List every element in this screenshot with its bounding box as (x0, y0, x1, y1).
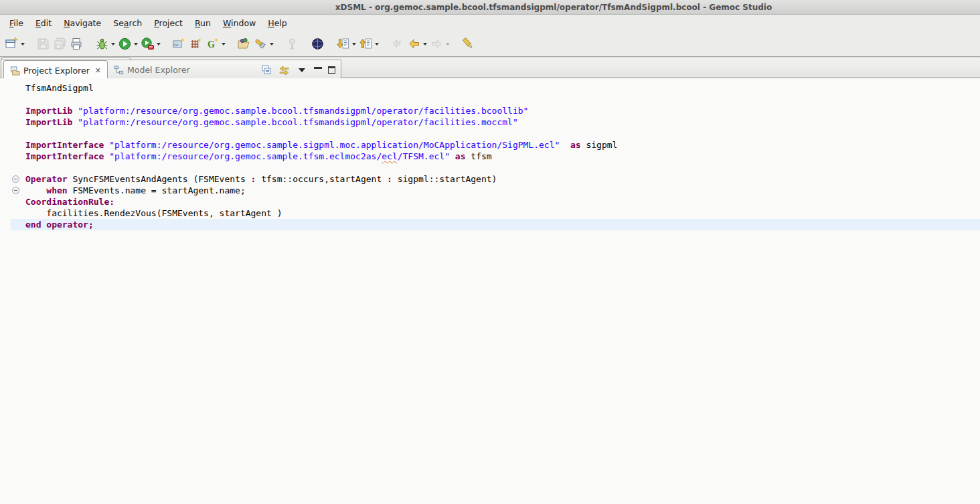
string-token: "platform:/resource/org.gemoc.sample.sig… (109, 140, 560, 150)
code-line (11, 128, 980, 139)
code-line (11, 162, 980, 173)
last-edit-location-button[interactable] (390, 35, 405, 54)
string-token: /TFSM.ecl" (398, 151, 450, 161)
previous-annotation-icon (359, 37, 373, 51)
code-line: when FSMEvents.name = startAgent.name; (11, 185, 980, 196)
debug-dropdown-arrow-icon[interactable] (111, 43, 115, 46)
load-model-button[interactable] (236, 35, 252, 54)
keyword-token: ImportLib (25, 117, 72, 127)
forward-button[interactable] (429, 35, 451, 54)
run-last-launched-icon (141, 37, 155, 51)
run-icon (118, 37, 132, 51)
view-tab-label: Model Explorer (127, 65, 190, 75)
menu-help[interactable]: Help (262, 16, 293, 30)
new-wizard-dropdown-arrow-icon[interactable] (21, 43, 25, 46)
keyword-token: Operator (25, 174, 68, 184)
debug-button[interactable] (94, 35, 116, 54)
debug-icon (95, 37, 109, 51)
new-grid-icon (189, 37, 203, 51)
save-all-button[interactable] (52, 35, 68, 54)
code-line: end operator; (11, 219, 980, 230)
plain-token (450, 151, 455, 161)
mark-occurrences-button[interactable] (461, 35, 476, 54)
new-wizard-icon (5, 37, 19, 51)
back-icon (407, 37, 421, 51)
keyword-token: when (46, 185, 67, 195)
code-line: ImportInterface "platform:/resource/org.… (11, 151, 980, 162)
menu-bar: FileEditNavigateSearchProjectRunWindowHe… (0, 15, 980, 31)
workbench: Project Explorer✕Model Explorer ▸fr.cnrs… (0, 58, 980, 504)
keyword-token: ImportLib (25, 106, 72, 116)
menu-file[interactable]: File (3, 16, 29, 30)
view-tab-model-explorer[interactable]: Model Explorer (108, 60, 196, 80)
new-gemoc-project-icon: G (206, 37, 220, 51)
open-web-browser-icon (311, 37, 325, 51)
keyword-token: CoordinationRule: (25, 197, 114, 207)
menu-edit[interactable]: Edit (29, 16, 58, 30)
svg-text:Gr: Gr (174, 43, 179, 47)
plain-token: sigpml::startAgent) (392, 174, 497, 184)
model-explorer-icon (114, 65, 124, 75)
keyword-token: : (387, 174, 392, 184)
view-tab-project-explorer[interactable]: Project Explorer✕ (3, 60, 108, 80)
plain-token (25, 185, 46, 195)
previous-annotation-dropdown-arrow-icon[interactable] (375, 43, 379, 46)
plain-token: SyncFSMEventsAndAgents (FSMEvents (68, 174, 251, 184)
previous-annotation-button[interactable] (358, 35, 380, 54)
menu-navigate[interactable]: Navigate (58, 16, 107, 30)
close-icon[interactable]: ✕ (95, 66, 101, 75)
new-model-button[interactable]: Gr (171, 35, 187, 54)
link-with-editor-icon[interactable] (278, 64, 290, 76)
keyword-token: as (570, 140, 581, 150)
menu-search[interactable]: Search (107, 16, 148, 30)
fold-collapse-icon[interactable] (12, 175, 19, 183)
forward-dropdown-arrow-icon[interactable] (446, 43, 450, 46)
open-web-browser-button[interactable] (310, 35, 325, 54)
run-dropdown-arrow-icon[interactable] (134, 43, 138, 46)
pin-editor-button[interactable] (284, 35, 300, 54)
code-editor[interactable]: TfsmAndSigpmlImportLib "platform:/resour… (0, 78, 980, 504)
next-annotation-button[interactable] (335, 35, 357, 54)
menu-project[interactable]: Project (148, 16, 189, 30)
code-line: ImportInterface "platform:/resource/org.… (11, 139, 980, 151)
run-last-launched-dropdown-arrow-icon[interactable] (157, 43, 161, 46)
menu-run[interactable]: Run (189, 16, 217, 30)
code-line: Operator SyncFSMEventsAndAgents (FSMEven… (11, 173, 980, 185)
print-button[interactable] (69, 35, 84, 54)
next-annotation-dropdown-arrow-icon[interactable] (352, 43, 356, 46)
pin-editor-icon (285, 37, 299, 51)
run-button[interactable] (117, 35, 139, 54)
save-all-icon (53, 37, 67, 51)
run-last-launched-button[interactable] (140, 35, 161, 54)
code-line: TfsmAndSigpml (11, 82, 980, 94)
search-dropdown-arrow-icon[interactable] (270, 43, 274, 46)
window-title: xDSML - org.gemoc.sample.bcool.tfsmandsi… (335, 3, 772, 12)
code-line: ImportLib "platform:/resource/org.gemoc.… (11, 116, 980, 128)
plain-token: FSMEvents.name = startAgent.name; (68, 185, 246, 195)
project-explorer-icon (10, 66, 20, 76)
fold-collapse-icon[interactable] (12, 187, 19, 194)
view-menu-icon[interactable] (299, 68, 305, 72)
load-model-icon (237, 37, 251, 51)
plain-token: sigpml (581, 140, 618, 150)
new-gemoc-project-dropdown-arrow-icon[interactable] (222, 43, 226, 46)
minimize-icon[interactable] (314, 67, 322, 73)
new-wizard-button[interactable] (4, 35, 25, 54)
keyword-token: as (455, 151, 466, 161)
last-edit-location-icon (390, 37, 404, 51)
search-button[interactable] (253, 35, 274, 54)
new-gemoc-project-button[interactable]: G (205, 35, 226, 54)
string-token: "platform:/resource/org.gemoc.sample.bco… (78, 106, 528, 116)
save-icon (36, 37, 50, 51)
plain-token: tfsm (465, 151, 491, 161)
collapse-all-icon[interactable] (261, 64, 272, 76)
back-button[interactable] (406, 35, 428, 54)
string-token: "platform:/resource/org.gemoc.sample.bco… (78, 117, 517, 127)
maximize-icon[interactable] (328, 66, 335, 74)
back-dropdown-arrow-icon[interactable] (423, 43, 427, 46)
string-token: "platform:/resource/org.gemoc.sample.tfs… (109, 151, 382, 161)
save-button[interactable] (35, 35, 51, 54)
menu-window[interactable]: Window (217, 16, 262, 30)
plain-token: tfsm::occurs,startAgent (256, 174, 387, 184)
new-grid-button[interactable] (188, 35, 203, 54)
